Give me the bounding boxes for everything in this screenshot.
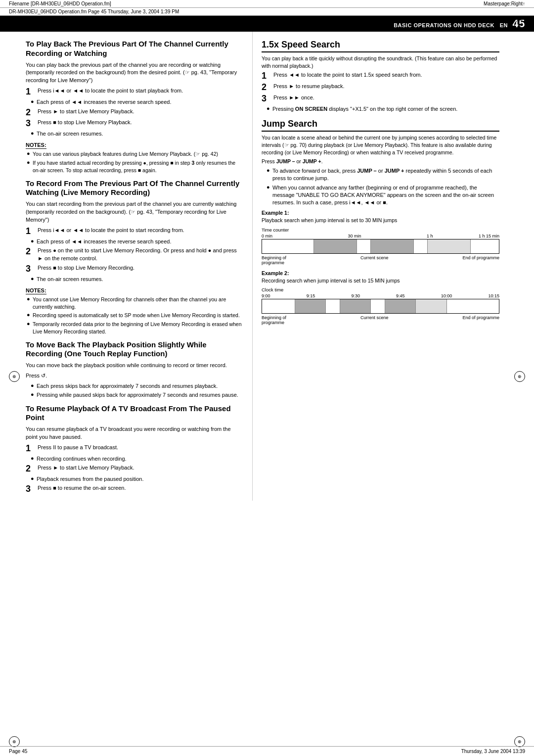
jump-search-title: Jump Search [262, 119, 499, 132]
chart1-t3: 1 h 15 min [479, 234, 499, 238]
notes-section2: NOTES: ● You cannot use Live Memory Reco… [26, 284, 243, 335]
page: Filename [DR-MH30EU_06HDD Operation.fm] … [0, 0, 534, 756]
bullet-text: Recording continues when recording. [37, 455, 127, 463]
notes-header: NOTES: [26, 287, 46, 294]
bullet-dot: ● [267, 184, 272, 207]
step-text: Press i◄◄ or ◄◄ to locate the point to s… [38, 87, 243, 95]
step-num: 2 [26, 247, 36, 257]
speed-step-3: 3 Press ►► once. [262, 94, 499, 104]
footer-page: Page 45 [9, 749, 27, 754]
bullet-text: Pressing while paused skips back for app… [37, 391, 238, 399]
step-2-3: 3 Press ■ to stop Live Memory Recording. [26, 264, 243, 274]
note-text: You cannot use Live Memory Recording for… [33, 296, 243, 310]
chart2-t1: 9:15 [307, 293, 315, 298]
bullet-dot: ● [267, 167, 272, 183]
left-column: To Play Back The Previous Part Of The Ch… [0, 32, 252, 501]
chart2-t3: 9:45 [396, 293, 405, 298]
section4-body: You can resume playback of a TV broadcas… [26, 425, 243, 441]
notes-section1: NOTES: ● You can use various playback fe… [26, 139, 243, 174]
step-2-1: 1 Press i◄◄ or ◄◄ to locate the point to… [26, 227, 243, 236]
footer: Page 45 Thursday, 3 June 2004 13:39 [0, 746, 534, 756]
bullet-text: To advance forward or back, press JUMP –… [272, 167, 499, 183]
example1-sublabel: Playback search when jump interval is se… [262, 217, 499, 224]
note-item: ● Recording speed is automatically set t… [26, 312, 243, 319]
note-bullet: ● [27, 159, 33, 174]
chart1-bl3: End of programme [462, 255, 499, 265]
step-num: 2 [26, 108, 36, 118]
section1-body: You can play back the previous part of t… [26, 61, 243, 85]
footer-date: Thursday, 3 June 2004 13:39 [461, 749, 525, 754]
bullet-dot: ● [31, 455, 37, 463]
subline-label: DR-MH30EU_06HDD Operation.fm Page 45 Thu… [9, 9, 179, 14]
notes-header: NOTES: [26, 142, 46, 149]
step-4-3: 3 Press ■ to resume the on-air screen. [26, 484, 243, 494]
bullet-dot: ● [31, 475, 37, 483]
step-text: Press ● on the unit to start Live Memory… [38, 247, 243, 263]
example2-label: Example 2: [262, 270, 499, 276]
note-text: If you have started actual recording by … [33, 159, 243, 174]
bullet-dot: ● [31, 98, 37, 106]
corner-mark-tl: ⊕ [9, 20, 20, 31]
corner-mark-tr: ⊕ [514, 20, 525, 31]
filename-label: Filename [DR-MH30EU_06HDD Operation.fm] [9, 1, 111, 6]
chart2: Clock time 9:00 9:15 9:30 9:45 10:00 10:… [262, 287, 499, 325]
note-item: ● You can use various playback features … [26, 150, 243, 158]
chart1-counter-label: Time counter [262, 227, 499, 233]
chart1-t2: 1 h [427, 234, 433, 238]
bullet-item: ● Pressing while paused skips back for a… [26, 391, 243, 399]
step-num: 2 [26, 464, 36, 474]
step-num: 3 [26, 484, 36, 494]
step-text: Press ■ to resume the on-air screen. [38, 484, 243, 492]
speed-step-2: 2 Press ► to resume playback. [262, 83, 499, 93]
step-text: Press ■ to stop Live Memory Recording. [38, 264, 243, 272]
bullet-item: ● Each press of ◄◄ increases the reverse… [26, 238, 243, 245]
chart2-t2: 9:30 [351, 293, 360, 298]
chart2-t4: 10:00 [441, 293, 452, 298]
bullet-text: When you cannot advance any farther (beg… [272, 184, 499, 207]
step-text: Press II to pause a TV broadcast. [38, 444, 243, 452]
step-4-1: 1 Press II to pause a TV broadcast. [26, 444, 243, 454]
chart2-clock-label: Clock time [262, 287, 499, 292]
step-num: 2 [262, 83, 271, 93]
note-bullet: ● [27, 150, 33, 158]
step-text: Press ► to start Live Memory Playback. [38, 464, 243, 472]
bullet-text: Pressing ON SCREEN displays "+X1.5" on t… [272, 105, 457, 113]
corner-mark-bl: ⊕ [9, 736, 20, 747]
step-num: 1 [26, 444, 36, 454]
corner-mark-mid-r: ⊕ [514, 371, 525, 382]
section1-title: To Play Back The Previous Part Of The Ch… [26, 40, 243, 58]
bullet-text: The on-air screen resumes. [37, 130, 103, 138]
bullet-dot: ● [31, 391, 37, 399]
bullet-dot: ● [31, 276, 37, 283]
section4-title: To Resume Playback Of A TV Broadcast Fro… [26, 404, 243, 423]
step-text: Press ► to start Live Memory Playback. [38, 108, 243, 116]
step-text: Press ■ to stop Live Memory Playback. [38, 119, 243, 127]
example2-sublabel: Recording search when jump interval is s… [262, 277, 499, 284]
step-1-1: 1 Press i◄◄ or ◄◄ to locate the point to… [26, 87, 243, 97]
top-header: Filename [DR-MH30EU_06HDD Operation.fm] … [0, 0, 534, 8]
masterpage-label: Masterpage:Right↑ [484, 1, 525, 6]
sub-header: DR-MH30EU_06HDD Operation.fm Page 45 Thu… [0, 8, 534, 16]
bullet-item: ● Each press skips back for approximatel… [26, 382, 243, 390]
section2-body: You can start recording from the previou… [26, 200, 243, 224]
example1-label: Example 1: [262, 210, 499, 216]
chart2-bl2: Current scene [360, 315, 389, 325]
note-text: Recording speed is automatically set to … [33, 312, 240, 319]
corner-mark-br: ⊕ [514, 736, 525, 747]
note-bullet: ● [27, 321, 33, 335]
note-text: You can use various playback features du… [33, 150, 218, 158]
bullet-text: The on-air screen resumes. [37, 276, 103, 283]
bullet-dot: ● [31, 382, 37, 390]
jump-bullet-1: ● To advance forward or back, press JUMP… [262, 167, 499, 183]
bullet-dot: ● [267, 105, 272, 113]
chart1-t1: 30 min [348, 234, 361, 238]
bullet-text: Each press of ◄◄ increases the reverse s… [37, 98, 171, 106]
step-text: Press i◄◄ or ◄◄ to locate the point to s… [38, 227, 243, 235]
bullet-item: ● The on-air screen resumes. [26, 276, 243, 283]
bullet-item: ● Each press of ◄◄ increases the reverse… [26, 98, 243, 106]
step-num: 3 [262, 94, 271, 104]
note-text: Temporarily recorded data prior to the b… [33, 321, 243, 335]
step-1-3: 3 Press ■ to stop Live Memory Playback. [26, 119, 243, 129]
section-bar: BASIC OPERATIONS ON HDD DECK EN 45 [0, 16, 534, 32]
note-bullet: ● [27, 296, 33, 310]
